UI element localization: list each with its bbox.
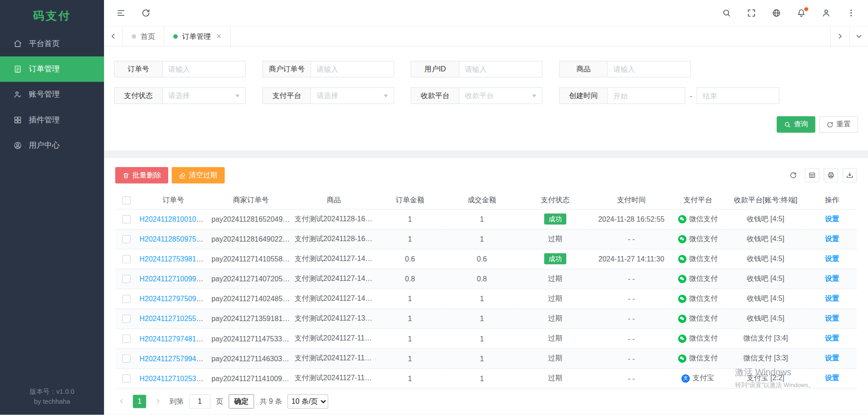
row-checkbox[interactable] <box>122 215 130 223</box>
tab-order-management[interactable]: 订单管理 <box>165 27 231 46</box>
row-checkbox[interactable] <box>122 235 130 243</box>
paid-amount: 0.8 <box>444 269 519 289</box>
order-no-link[interactable]: H2024112710253101 <box>140 374 208 382</box>
filter-receiver-platform: 收款平台 收款平台 <box>411 87 542 104</box>
row-checkbox[interactable] <box>122 255 130 263</box>
clear-expired-label: 清空过期 <box>189 170 218 180</box>
next-page-button[interactable] <box>152 395 164 408</box>
row-checkbox[interactable] <box>122 354 130 363</box>
tab-home[interactable]: 首页 <box>123 27 165 46</box>
select-all-checkbox[interactable] <box>122 196 130 204</box>
pay-status-select[interactable]: 请选择 <box>163 87 246 104</box>
sidebar-item-user-center[interactable]: 用户中心 <box>0 133 104 158</box>
order-no-input[interactable] <box>163 61 246 78</box>
search-button[interactable]: 查询 <box>777 116 816 133</box>
receiver-platform: 收钱吧 [4:5] <box>724 269 807 289</box>
order-no-link[interactable]: H2024112797481009 <box>140 334 208 342</box>
more-options-icon[interactable] <box>846 8 856 18</box>
row-checkbox[interactable] <box>122 295 130 303</box>
row-checkbox[interactable] <box>122 374 130 382</box>
print-icon[interactable] <box>824 168 838 182</box>
sidebar-item-plugin-management[interactable]: 插件管理 <box>0 107 104 133</box>
table-row: H2024112710253101pay202411271141009023支付… <box>115 368 857 388</box>
settings-link[interactable]: 设置 <box>825 274 839 282</box>
plugin-icon <box>13 116 22 125</box>
table-refresh-icon[interactable] <box>786 168 801 182</box>
total-count-label: 共 9 条 <box>259 396 282 406</box>
order-no-link[interactable]: H2024112850975751 <box>140 235 208 243</box>
row-checkbox[interactable] <box>122 335 130 343</box>
row-checkbox[interactable] <box>122 315 130 323</box>
batch-delete-button[interactable]: 批量删除 <box>115 167 169 184</box>
product-input[interactable] <box>608 61 691 78</box>
order-icon <box>13 65 22 74</box>
notification-bell-icon[interactable] <box>797 8 806 18</box>
page-size-select[interactable]: 10 条/页 <box>288 394 329 408</box>
export-icon[interactable] <box>843 168 857 182</box>
column-settings-icon[interactable] <box>805 168 819 182</box>
filter-pay-platform: 支付平台 请选择 <box>262 87 394 104</box>
settings-link[interactable]: 设置 <box>825 254 839 262</box>
prev-page-button[interactable] <box>115 395 127 408</box>
sidebar-item-order-management[interactable]: 订单管理 <box>0 56 104 82</box>
settings-link[interactable]: 设置 <box>825 234 839 242</box>
goto-page-input[interactable] <box>189 394 211 408</box>
row-checkbox[interactable] <box>122 275 130 283</box>
collapse-menu-icon[interactable] <box>116 8 126 18</box>
settings-link[interactable]: 设置 <box>825 214 839 223</box>
receiver-platform: 支付宝 [2:2] <box>724 368 807 388</box>
refresh-page-icon[interactable] <box>141 8 151 18</box>
order-no-link[interactable]: H2024112757994849 <box>140 354 208 362</box>
paid-amount: 1 <box>444 328 519 348</box>
current-page-button[interactable]: 1 <box>133 395 146 408</box>
order-no-link[interactable]: H2024112810010056 <box>140 215 208 223</box>
tab-scroll-right-button[interactable] <box>830 27 849 46</box>
tab-scroll-left-button[interactable] <box>104 27 123 46</box>
order-no-link[interactable]: H2024112797509854 <box>140 294 208 303</box>
receiver-platform-select[interactable]: 收款平台 <box>459 87 542 104</box>
order-amount: 1 <box>375 209 444 229</box>
filter-actions: 查询 重置 <box>114 116 858 133</box>
receiver-platform: 收钱吧 [4:5] <box>724 289 807 308</box>
search-icon[interactable] <box>722 8 731 18</box>
user-id-input[interactable] <box>459 61 542 78</box>
user-profile-icon[interactable] <box>821 8 831 18</box>
order-no-link[interactable]: H2024112710099571 <box>140 275 208 283</box>
pay-platform-select[interactable]: 请选择 <box>311 87 394 104</box>
table-row: H2024112797481009pay202411271147533581支付… <box>115 328 857 348</box>
fullscreen-icon[interactable] <box>747 8 756 18</box>
date-end-input[interactable] <box>697 87 780 104</box>
goto-confirm-button[interactable]: 确定 <box>229 394 254 408</box>
settings-link[interactable]: 设置 <box>825 334 839 342</box>
order-amount: 1 <box>375 368 444 388</box>
settings-link[interactable]: 设置 <box>825 294 839 302</box>
sidebar-item-account-management[interactable]: 账号管理 <box>0 82 104 107</box>
wechat-pay-icon <box>678 314 686 322</box>
settings-link[interactable]: 设置 <box>825 314 839 322</box>
settings-link[interactable]: 设置 <box>825 354 839 362</box>
topbar-right <box>722 8 856 18</box>
sidebar-item-label: 用户中心 <box>29 140 60 150</box>
status-text-expired: 过期 <box>548 354 562 362</box>
tab-menu-button[interactable] <box>849 27 868 46</box>
order-no-link[interactable]: H2024112753981029 <box>140 255 208 263</box>
order-no-link[interactable]: H2024112710255102 <box>140 314 208 322</box>
tab-label: 订单管理 <box>182 31 211 41</box>
clear-expired-button[interactable]: 清空过期 <box>172 167 225 184</box>
settings-link[interactable]: 设置 <box>825 374 839 382</box>
tab-close-icon[interactable] <box>217 34 222 39</box>
merchant-order-no-input[interactable] <box>311 61 394 78</box>
merchant-order-no: pay202411271141009023 <box>209 368 292 388</box>
date-start-input[interactable] <box>608 87 685 104</box>
reset-button[interactable]: 重置 <box>819 116 858 133</box>
table-toolbar: 批量删除 清空过期 <box>115 167 857 184</box>
merchant-order-no: pay2024112816520491... <box>209 209 292 229</box>
language-globe-icon[interactable] <box>772 8 781 18</box>
filter-row-2: 支付状态 请选择 支付平台 请选择 收款平台 <box>114 87 858 104</box>
sidebar-item-platform-home[interactable]: 平台首页 <box>0 31 104 56</box>
goto-suffix-label: 页 <box>216 396 223 406</box>
paid-amount: 1 <box>444 308 519 328</box>
notification-dot <box>804 7 808 11</box>
paid-amount: 1 <box>444 289 519 308</box>
column-header: 商家订单号 <box>209 191 292 209</box>
